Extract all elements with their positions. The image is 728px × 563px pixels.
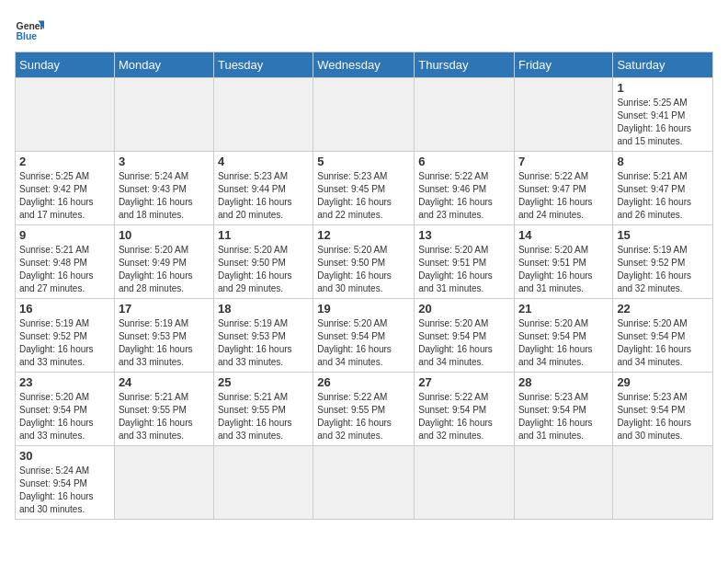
day-number: 12 bbox=[317, 228, 410, 242]
calendar-week-row: 2Sunrise: 5:25 AM Sunset: 9:42 PM Daylig… bbox=[16, 152, 713, 225]
weekday-header-wednesday: Wednesday bbox=[313, 52, 415, 78]
weekday-header-sunday: Sunday bbox=[16, 52, 115, 78]
day-info: Sunrise: 5:19 AM Sunset: 9:52 PM Dayligh… bbox=[617, 244, 709, 295]
calendar-cell bbox=[213, 446, 313, 520]
day-number: 26 bbox=[317, 375, 410, 389]
day-info: Sunrise: 5:23 AM Sunset: 9:54 PM Dayligh… bbox=[518, 391, 609, 442]
day-number: 9 bbox=[19, 228, 110, 242]
day-info: Sunrise: 5:20 AM Sunset: 9:49 PM Dayligh… bbox=[119, 244, 210, 295]
day-number: 8 bbox=[617, 155, 709, 168]
calendar-cell: 20Sunrise: 5:20 AM Sunset: 9:54 PM Dayli… bbox=[415, 299, 515, 373]
day-info: Sunrise: 5:24 AM Sunset: 9:54 PM Dayligh… bbox=[19, 465, 110, 516]
day-number: 23 bbox=[19, 375, 110, 389]
day-info: Sunrise: 5:21 AM Sunset: 9:48 PM Dayligh… bbox=[19, 244, 110, 295]
calendar-cell: 3Sunrise: 5:24 AM Sunset: 9:43 PM Daylig… bbox=[114, 152, 213, 225]
day-info: Sunrise: 5:20 AM Sunset: 9:51 PM Dayligh… bbox=[518, 244, 609, 295]
calendar-week-row: 9Sunrise: 5:21 AM Sunset: 9:48 PM Daylig… bbox=[16, 225, 713, 299]
day-number: 6 bbox=[418, 155, 510, 168]
day-number: 5 bbox=[317, 155, 410, 168]
day-info: Sunrise: 5:20 AM Sunset: 9:50 PM Dayligh… bbox=[218, 244, 309, 295]
logo: General Blue bbox=[15, 15, 44, 44]
page-header: General Blue bbox=[15, 15, 713, 44]
calendar-cell: 28Sunrise: 5:23 AM Sunset: 9:54 PM Dayli… bbox=[514, 373, 612, 446]
day-number: 29 bbox=[617, 375, 709, 389]
calendar-cell: 18Sunrise: 5:19 AM Sunset: 9:53 PM Dayli… bbox=[213, 299, 313, 373]
day-number: 25 bbox=[218, 375, 309, 389]
generalblue-logo-icon: General Blue bbox=[15, 15, 44, 44]
day-info: Sunrise: 5:20 AM Sunset: 9:54 PM Dayligh… bbox=[317, 317, 410, 369]
day-info: Sunrise: 5:22 AM Sunset: 9:55 PM Dayligh… bbox=[317, 391, 410, 442]
calendar-cell: 2Sunrise: 5:25 AM Sunset: 9:42 PM Daylig… bbox=[16, 152, 115, 225]
calendar-cell bbox=[415, 78, 515, 152]
calendar-cell: 8Sunrise: 5:21 AM Sunset: 9:47 PM Daylig… bbox=[613, 152, 713, 225]
calendar-cell: 29Sunrise: 5:23 AM Sunset: 9:54 PM Dayli… bbox=[613, 373, 713, 446]
day-number: 27 bbox=[418, 375, 510, 389]
calendar-cell: 11Sunrise: 5:20 AM Sunset: 9:50 PM Dayli… bbox=[213, 225, 313, 299]
day-number: 2 bbox=[19, 155, 110, 168]
day-number: 14 bbox=[518, 228, 609, 242]
calendar-cell: 12Sunrise: 5:20 AM Sunset: 9:50 PM Dayli… bbox=[313, 225, 415, 299]
day-info: Sunrise: 5:20 AM Sunset: 9:54 PM Dayligh… bbox=[617, 317, 709, 369]
calendar-week-row: 16Sunrise: 5:19 AM Sunset: 9:52 PM Dayli… bbox=[16, 299, 713, 373]
calendar-cell bbox=[415, 446, 515, 520]
day-info: Sunrise: 5:23 AM Sunset: 9:44 PM Dayligh… bbox=[218, 170, 309, 222]
day-number: 15 bbox=[617, 228, 709, 242]
weekday-header-thursday: Thursday bbox=[415, 52, 515, 78]
day-info: Sunrise: 5:22 AM Sunset: 9:46 PM Dayligh… bbox=[418, 170, 510, 222]
day-info: Sunrise: 5:19 AM Sunset: 9:53 PM Dayligh… bbox=[119, 317, 210, 369]
day-info: Sunrise: 5:22 AM Sunset: 9:54 PM Dayligh… bbox=[418, 391, 510, 442]
calendar-cell: 24Sunrise: 5:21 AM Sunset: 9:55 PM Dayli… bbox=[114, 373, 213, 446]
calendar-cell: 4Sunrise: 5:23 AM Sunset: 9:44 PM Daylig… bbox=[213, 152, 313, 225]
day-info: Sunrise: 5:20 AM Sunset: 9:54 PM Dayligh… bbox=[518, 317, 609, 369]
day-number: 24 bbox=[119, 375, 210, 389]
day-number: 1 bbox=[617, 81, 709, 95]
calendar-cell bbox=[313, 78, 415, 152]
day-number: 7 bbox=[518, 155, 609, 168]
calendar-cell: 22Sunrise: 5:20 AM Sunset: 9:54 PM Dayli… bbox=[613, 299, 713, 373]
day-info: Sunrise: 5:19 AM Sunset: 9:52 PM Dayligh… bbox=[19, 317, 110, 369]
calendar-cell bbox=[114, 78, 213, 152]
day-info: Sunrise: 5:21 AM Sunset: 9:47 PM Dayligh… bbox=[617, 170, 709, 222]
calendar-cell: 6Sunrise: 5:22 AM Sunset: 9:46 PM Daylig… bbox=[415, 152, 515, 225]
day-number: 28 bbox=[518, 375, 609, 389]
calendar-cell: 30Sunrise: 5:24 AM Sunset: 9:54 PM Dayli… bbox=[16, 446, 115, 520]
calendar-cell: 9Sunrise: 5:21 AM Sunset: 9:48 PM Daylig… bbox=[16, 225, 115, 299]
calendar-cell: 15Sunrise: 5:19 AM Sunset: 9:52 PM Dayli… bbox=[613, 225, 713, 299]
weekday-header-saturday: Saturday bbox=[613, 52, 713, 78]
day-info: Sunrise: 5:25 AM Sunset: 9:42 PM Dayligh… bbox=[19, 170, 110, 222]
day-number: 17 bbox=[119, 302, 210, 316]
calendar-cell: 21Sunrise: 5:20 AM Sunset: 9:54 PM Dayli… bbox=[514, 299, 612, 373]
calendar-cell: 26Sunrise: 5:22 AM Sunset: 9:55 PM Dayli… bbox=[313, 373, 415, 446]
day-number: 10 bbox=[119, 228, 210, 242]
calendar-week-row: 23Sunrise: 5:20 AM Sunset: 9:54 PM Dayli… bbox=[16, 373, 713, 446]
svg-text:Blue: Blue bbox=[17, 31, 38, 41]
calendar-cell: 14Sunrise: 5:20 AM Sunset: 9:51 PM Dayli… bbox=[514, 225, 612, 299]
weekday-header-friday: Friday bbox=[514, 52, 612, 78]
calendar-cell bbox=[514, 446, 612, 520]
calendar-cell: 19Sunrise: 5:20 AM Sunset: 9:54 PM Dayli… bbox=[313, 299, 415, 373]
calendar-cell: 17Sunrise: 5:19 AM Sunset: 9:53 PM Dayli… bbox=[114, 299, 213, 373]
day-number: 18 bbox=[218, 302, 309, 316]
calendar-week-row: 30Sunrise: 5:24 AM Sunset: 9:54 PM Dayli… bbox=[16, 446, 713, 520]
calendar-cell: 7Sunrise: 5:22 AM Sunset: 9:47 PM Daylig… bbox=[514, 152, 612, 225]
day-number: 30 bbox=[19, 449, 110, 463]
day-info: Sunrise: 5:21 AM Sunset: 9:55 PM Dayligh… bbox=[119, 391, 210, 442]
day-number: 13 bbox=[418, 228, 510, 242]
calendar-cell: 23Sunrise: 5:20 AM Sunset: 9:54 PM Dayli… bbox=[16, 373, 115, 446]
calendar-table: SundayMondayTuesdayWednesdayThursdayFrid… bbox=[15, 52, 713, 520]
day-number: 4 bbox=[218, 155, 309, 168]
calendar-cell bbox=[613, 446, 713, 520]
day-number: 19 bbox=[317, 302, 410, 316]
day-info: Sunrise: 5:20 AM Sunset: 9:50 PM Dayligh… bbox=[317, 244, 410, 295]
calendar-cell: 25Sunrise: 5:21 AM Sunset: 9:55 PM Dayli… bbox=[213, 373, 313, 446]
weekday-header-row: SundayMondayTuesdayWednesdayThursdayFrid… bbox=[16, 52, 713, 78]
day-info: Sunrise: 5:19 AM Sunset: 9:53 PM Dayligh… bbox=[218, 317, 309, 369]
day-info: Sunrise: 5:21 AM Sunset: 9:55 PM Dayligh… bbox=[218, 391, 309, 442]
calendar-cell: 13Sunrise: 5:20 AM Sunset: 9:51 PM Dayli… bbox=[415, 225, 515, 299]
day-info: Sunrise: 5:23 AM Sunset: 9:45 PM Dayligh… bbox=[317, 170, 410, 222]
day-info: Sunrise: 5:20 AM Sunset: 9:54 PM Dayligh… bbox=[19, 391, 110, 442]
day-info: Sunrise: 5:20 AM Sunset: 9:54 PM Dayligh… bbox=[418, 317, 510, 369]
calendar-cell: 1Sunrise: 5:25 AM Sunset: 9:41 PM Daylig… bbox=[613, 78, 713, 152]
day-number: 16 bbox=[19, 302, 110, 316]
weekday-header-monday: Monday bbox=[114, 52, 213, 78]
